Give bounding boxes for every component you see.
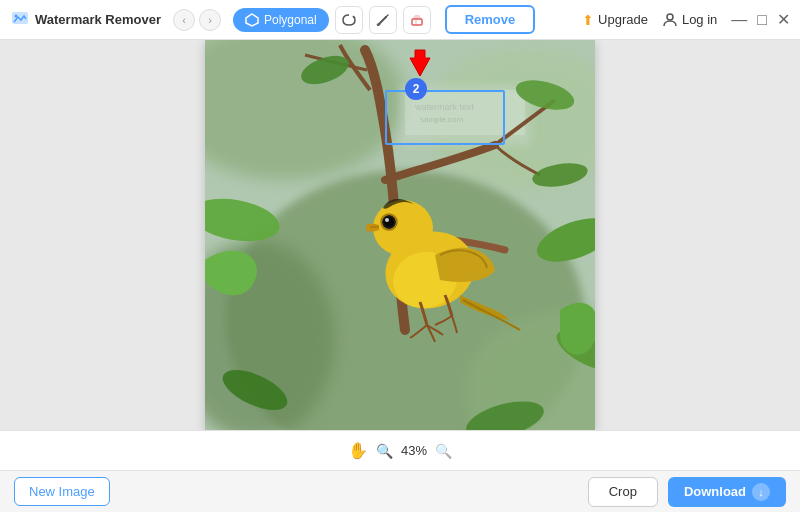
brush-tool-button[interactable]: [369, 6, 397, 34]
forward-button[interactable]: ›: [199, 9, 221, 31]
app-logo: Watermark Remover: [10, 10, 161, 30]
crop-button[interactable]: Crop: [588, 477, 658, 507]
svg-point-34: [385, 218, 389, 222]
svg-text:sample.com: sample.com: [420, 115, 463, 124]
upgrade-icon: ⬆: [582, 12, 594, 28]
app-logo-icon: [10, 10, 30, 30]
bird-image: watermark text sample.com: [205, 40, 595, 430]
svg-point-30: [373, 200, 433, 256]
minimize-button[interactable]: —: [731, 12, 747, 28]
header-right: ⬆ Upgrade Log in — □ ✕: [582, 12, 790, 28]
tool-group: Polygonal: [233, 6, 431, 34]
svg-point-1: [15, 14, 18, 17]
zoom-control: ✋ 🔍 43% 🔍: [348, 441, 452, 460]
svg-marker-37: [410, 50, 430, 76]
eraser-icon: [409, 12, 425, 28]
bottom-toolbar: ✋ 🔍 43% 🔍: [0, 430, 800, 470]
lasso-icon: [341, 12, 357, 28]
download-button[interactable]: Download ↓: [668, 477, 786, 507]
maximize-button[interactable]: □: [757, 12, 767, 28]
user-icon: [662, 12, 678, 28]
main-canvas-area[interactable]: watermark text sample.com: [0, 40, 800, 430]
marker-badge: 2: [405, 78, 427, 100]
zoom-out-button[interactable]: 🔍: [435, 443, 452, 459]
svg-point-9: [667, 14, 673, 20]
brush-icon: [375, 12, 391, 28]
svg-point-33: [384, 217, 394, 227]
title-bar: Watermark Remover ‹ › Polygonal: [0, 0, 800, 40]
remove-button[interactable]: Remove: [445, 5, 536, 34]
upgrade-button[interactable]: ⬆ Upgrade: [582, 12, 648, 28]
login-button[interactable]: Log in: [662, 12, 717, 28]
nav-arrows: ‹ ›: [173, 9, 221, 31]
svg-line-3: [353, 16, 355, 18]
hand-tool-icon[interactable]: ✋: [348, 441, 368, 460]
svg-rect-7: [412, 19, 422, 25]
lasso-tool-button[interactable]: [335, 6, 363, 34]
polygonal-tool-button[interactable]: Polygonal: [233, 8, 329, 32]
red-arrow-indicator: [405, 48, 435, 80]
svg-point-6: [376, 23, 380, 26]
zoom-value: 43%: [401, 443, 427, 458]
svg-text:watermark text: watermark text: [414, 102, 475, 112]
close-button[interactable]: ✕: [777, 12, 790, 28]
svg-marker-2: [246, 14, 258, 26]
back-button[interactable]: ‹: [173, 9, 195, 31]
svg-line-5: [386, 15, 388, 17]
download-icon: ↓: [752, 483, 770, 501]
app-title: Watermark Remover: [35, 12, 161, 27]
zoom-in-button[interactable]: 🔍: [376, 443, 393, 459]
polygonal-icon: [245, 13, 259, 27]
footer: New Image Crop Download ↓: [0, 470, 800, 512]
footer-right: Crop Download ↓: [588, 477, 786, 507]
window-controls: — □ ✕: [731, 12, 790, 28]
canvas-container: watermark text sample.com: [205, 40, 595, 430]
eraser-tool-button[interactable]: [403, 6, 431, 34]
new-image-button[interactable]: New Image: [14, 477, 110, 506]
